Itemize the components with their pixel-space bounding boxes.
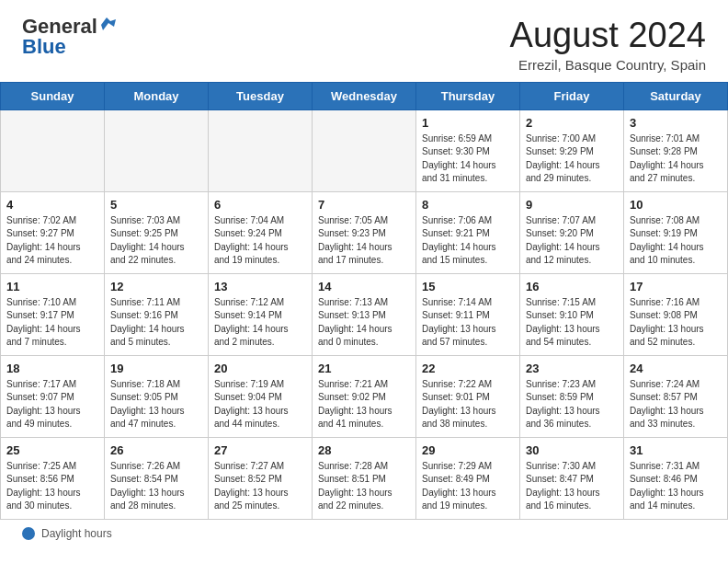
day-number: 24: [630, 362, 722, 375]
logo: General Blue: [22, 17, 116, 57]
day-number: 16: [526, 280, 618, 293]
day-info: Sunrise: 7:04 AM Sunset: 9:24 PM Dayligh…: [214, 214, 306, 268]
day-info: Sunrise: 7:06 AM Sunset: 9:21 PM Dayligh…: [422, 214, 514, 268]
calendar-week-row: 25Sunrise: 7:25 AM Sunset: 8:56 PM Dayli…: [1, 437, 728, 519]
day-info: Sunrise: 7:11 AM Sunset: 9:16 PM Dayligh…: [110, 296, 202, 350]
month-title: August 2024: [510, 17, 706, 55]
day-number: 5: [110, 198, 202, 212]
day-info: Sunrise: 7:12 AM Sunset: 9:14 PM Dayligh…: [214, 296, 306, 350]
day-number: 1: [422, 116, 514, 130]
day-number: 13: [214, 280, 306, 293]
day-info: Sunrise: 7:00 AM Sunset: 9:29 PM Dayligh…: [526, 132, 618, 186]
calendar-day-cell: 10Sunrise: 7:08 AM Sunset: 9:19 PM Dayli…: [624, 191, 728, 273]
day-info: Sunrise: 7:29 AM Sunset: 8:49 PM Dayligh…: [422, 460, 514, 513]
calendar-day-cell: 27Sunrise: 7:27 AM Sunset: 8:52 PM Dayli…: [209, 437, 313, 519]
day-info: Sunrise: 7:15 AM Sunset: 9:10 PM Dayligh…: [526, 296, 618, 350]
calendar-day-cell: 17Sunrise: 7:16 AM Sunset: 9:08 PM Dayli…: [624, 273, 728, 355]
day-number: 14: [318, 280, 410, 293]
calendar-day-cell: 6Sunrise: 7:04 AM Sunset: 9:24 PM Daylig…: [209, 191, 313, 273]
day-of-week-header: Tuesday: [209, 82, 313, 109]
calendar-day-cell: 21Sunrise: 7:21 AM Sunset: 9:02 PM Dayli…: [313, 355, 416, 437]
calendar-body: 1Sunrise: 6:59 AM Sunset: 9:30 PM Daylig…: [1, 109, 728, 519]
day-info: Sunrise: 7:26 AM Sunset: 8:54 PM Dayligh…: [110, 460, 202, 513]
day-number: 18: [6, 362, 98, 375]
calendar-day-cell: 26Sunrise: 7:26 AM Sunset: 8:54 PM Dayli…: [105, 437, 209, 519]
day-of-week-header: Wednesday: [313, 82, 416, 109]
day-info: Sunrise: 7:21 AM Sunset: 9:02 PM Dayligh…: [318, 378, 410, 431]
day-info: Sunrise: 7:24 AM Sunset: 8:57 PM Dayligh…: [630, 378, 722, 431]
calendar-day-cell: [313, 109, 416, 191]
calendar-day-cell: 24Sunrise: 7:24 AM Sunset: 8:57 PM Dayli…: [624, 355, 728, 437]
calendar-day-cell: 14Sunrise: 7:13 AM Sunset: 9:13 PM Dayli…: [313, 273, 416, 355]
day-number: 31: [630, 443, 722, 457]
day-number: 19: [110, 362, 202, 375]
svg-marker-0: [101, 17, 116, 30]
day-number: 9: [526, 198, 618, 212]
logo-general: General: [22, 17, 97, 37]
day-number: 12: [110, 280, 202, 293]
calendar-day-cell: 8Sunrise: 7:06 AM Sunset: 9:21 PM Daylig…: [416, 191, 520, 273]
day-of-week-header: Sunday: [1, 82, 105, 109]
day-info: Sunrise: 7:10 AM Sunset: 9:17 PM Dayligh…: [6, 296, 98, 350]
day-info: Sunrise: 7:07 AM Sunset: 9:20 PM Dayligh…: [526, 214, 618, 268]
calendar-day-cell: 29Sunrise: 7:29 AM Sunset: 8:49 PM Dayli…: [416, 437, 520, 519]
calendar-day-cell: 5Sunrise: 7:03 AM Sunset: 9:25 PM Daylig…: [105, 191, 209, 273]
day-info: Sunrise: 7:18 AM Sunset: 9:05 PM Dayligh…: [110, 378, 202, 431]
day-number: 20: [214, 362, 306, 375]
calendar-day-cell: 15Sunrise: 7:14 AM Sunset: 9:11 PM Dayli…: [416, 273, 520, 355]
day-info: Sunrise: 7:30 AM Sunset: 8:47 PM Dayligh…: [526, 460, 618, 513]
calendar-day-cell: 30Sunrise: 7:30 AM Sunset: 8:47 PM Dayli…: [520, 437, 624, 519]
title-block: August 2024 Errezil, Basque Country, Spa…: [510, 17, 706, 73]
calendar-day-cell: 25Sunrise: 7:25 AM Sunset: 8:56 PM Dayli…: [1, 437, 105, 519]
day-number: 30: [526, 443, 618, 457]
day-info: Sunrise: 7:25 AM Sunset: 8:56 PM Dayligh…: [6, 460, 98, 513]
calendar-day-cell: [105, 109, 209, 191]
day-of-week-header: Friday: [520, 82, 624, 109]
calendar-week-row: 4Sunrise: 7:02 AM Sunset: 9:27 PM Daylig…: [1, 191, 728, 273]
location-title: Errezil, Basque Country, Spain: [510, 57, 706, 73]
day-number: 15: [422, 280, 514, 293]
calendar-day-cell: [209, 109, 313, 191]
day-number: 23: [526, 362, 618, 375]
day-info: Sunrise: 7:08 AM Sunset: 9:19 PM Dayligh…: [630, 214, 722, 268]
day-of-week-header: Thursday: [416, 82, 520, 109]
daylight-label: Daylight hours: [41, 527, 112, 540]
day-number: 7: [318, 198, 410, 212]
day-info: Sunrise: 7:01 AM Sunset: 9:28 PM Dayligh…: [630, 132, 722, 186]
day-number: 11: [6, 280, 98, 293]
day-number: 6: [214, 198, 306, 212]
page-header: General Blue August 2024 Errezil, Basque…: [0, 0, 728, 82]
calendar-day-cell: 7Sunrise: 7:05 AM Sunset: 9:23 PM Daylig…: [313, 191, 416, 273]
day-info: Sunrise: 7:27 AM Sunset: 8:52 PM Dayligh…: [214, 460, 306, 513]
calendar-week-row: 1Sunrise: 6:59 AM Sunset: 9:30 PM Daylig…: [1, 109, 728, 191]
day-of-week-header: Saturday: [624, 82, 728, 109]
calendar-day-cell: 28Sunrise: 7:28 AM Sunset: 8:51 PM Dayli…: [313, 437, 416, 519]
calendar-day-cell: 16Sunrise: 7:15 AM Sunset: 9:10 PM Dayli…: [520, 273, 624, 355]
day-number: 17: [630, 280, 722, 293]
day-number: 8: [422, 198, 514, 212]
logo-blue: Blue: [22, 35, 66, 58]
day-number: 2: [526, 116, 618, 130]
day-info: Sunrise: 7:19 AM Sunset: 9:04 PM Dayligh…: [214, 378, 306, 431]
day-of-week-header: Monday: [105, 82, 209, 109]
day-info: Sunrise: 7:02 AM Sunset: 9:27 PM Dayligh…: [6, 214, 98, 268]
calendar-day-cell: 12Sunrise: 7:11 AM Sunset: 9:16 PM Dayli…: [105, 273, 209, 355]
day-info: Sunrise: 7:03 AM Sunset: 9:25 PM Dayligh…: [110, 214, 202, 268]
logo-bird-icon: [99, 17, 116, 34]
calendar-day-cell: 9Sunrise: 7:07 AM Sunset: 9:20 PM Daylig…: [520, 191, 624, 273]
calendar-day-cell: 3Sunrise: 7:01 AM Sunset: 9:28 PM Daylig…: [624, 109, 728, 191]
day-number: 28: [318, 443, 410, 457]
calendar-day-cell: 20Sunrise: 7:19 AM Sunset: 9:04 PM Dayli…: [209, 355, 313, 437]
calendar-day-cell: 13Sunrise: 7:12 AM Sunset: 9:14 PM Dayli…: [209, 273, 313, 355]
calendar-day-cell: [1, 109, 105, 191]
day-number: 25: [6, 443, 98, 457]
day-number: 4: [6, 198, 98, 212]
day-info: Sunrise: 7:05 AM Sunset: 9:23 PM Dayligh…: [318, 214, 410, 268]
calendar-day-cell: 18Sunrise: 7:17 AM Sunset: 9:07 PM Dayli…: [1, 355, 105, 437]
day-info: Sunrise: 7:22 AM Sunset: 9:01 PM Dayligh…: [422, 378, 514, 431]
calendar-day-cell: 1Sunrise: 6:59 AM Sunset: 9:30 PM Daylig…: [416, 109, 520, 191]
day-info: Sunrise: 7:14 AM Sunset: 9:11 PM Dayligh…: [422, 296, 514, 350]
calendar-day-cell: 11Sunrise: 7:10 AM Sunset: 9:17 PM Dayli…: [1, 273, 105, 355]
calendar-week-row: 18Sunrise: 7:17 AM Sunset: 9:07 PM Dayli…: [1, 355, 728, 437]
day-info: Sunrise: 7:31 AM Sunset: 8:46 PM Dayligh…: [630, 460, 722, 513]
